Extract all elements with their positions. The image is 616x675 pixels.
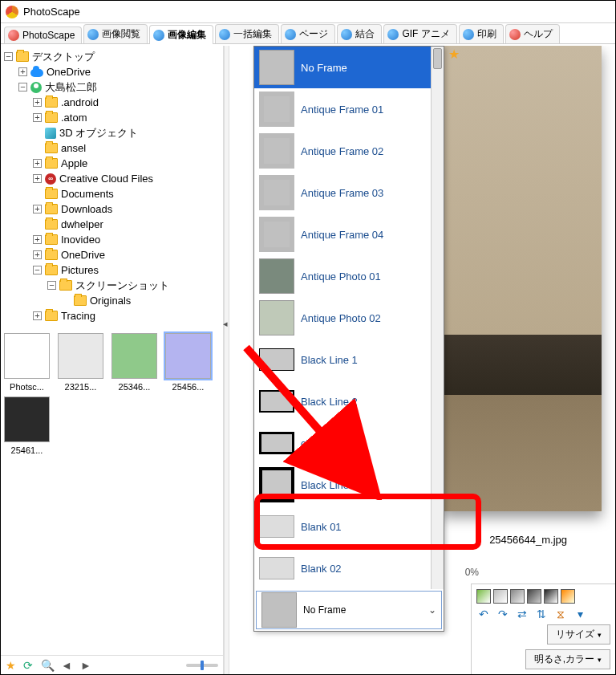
expand-icon[interactable]: + <box>33 311 42 320</box>
tree-item[interactable]: +OneDrive <box>1 64 223 79</box>
tab-icon <box>387 29 399 40</box>
tree-item[interactable]: −デスクトップ <box>1 49 223 64</box>
favorite-icon[interactable]: ★ <box>448 47 460 62</box>
frame-option-label: Antique Photo 01 <box>301 270 381 283</box>
tab-8[interactable]: ヘルプ <box>505 24 560 43</box>
folder-tree[interactable]: −デスクトップ+OneDrive−大島松二郎+.android+.atom3D … <box>1 46 223 327</box>
rotate-ccw-icon[interactable]: ↶ <box>476 607 491 621</box>
swatch-icon[interactable] <box>510 589 525 604</box>
tab-1[interactable]: 画像閲覧 <box>83 24 148 43</box>
tree-label: ansel <box>61 142 86 154</box>
tab-3[interactable]: 一括編集 <box>215 24 279 43</box>
frame-option[interactable]: Black Line 2 <box>254 380 431 422</box>
more-icon[interactable]: ▾ <box>573 607 587 621</box>
tab-label: ヘルプ <box>524 27 553 41</box>
expand-icon[interactable]: + <box>33 98 42 107</box>
tab-label: 印刷 <box>477 27 496 41</box>
expand-icon[interactable]: − <box>47 281 56 290</box>
expand-icon[interactable]: + <box>33 205 42 213</box>
swatch-icon[interactable] <box>476 589 491 604</box>
tab-4[interactable]: ページ <box>281 24 335 43</box>
frame-option[interactable]: Black Line 1 <box>254 339 431 380</box>
tree-item[interactable]: +.atom <box>1 110 223 125</box>
flip-v-icon[interactable]: ⇅ <box>534 607 549 621</box>
expand-icon[interactable]: − <box>18 83 27 91</box>
tree-item[interactable]: 3D オブジェクト <box>1 125 223 140</box>
tab-5[interactable]: 結合 <box>337 24 382 43</box>
tree-item[interactable]: ansel <box>1 140 223 156</box>
tree-item[interactable]: −スクリーンショット <box>1 278 223 293</box>
swatch-icon[interactable] <box>561 589 575 604</box>
expand-icon[interactable]: + <box>18 67 27 76</box>
swatch-icon[interactable] <box>544 589 558 604</box>
tree-item[interactable]: +Tracing <box>1 308 223 323</box>
reset-icon[interactable]: ⧖ <box>553 607 568 621</box>
expand-icon[interactable]: + <box>33 250 42 259</box>
frame-option[interactable]: Antique Photo 01 <box>254 255 431 297</box>
expand-icon[interactable]: + <box>33 174 42 183</box>
frame-selected-label: No Frame <box>303 604 346 616</box>
tree-item[interactable]: Originals <box>1 293 223 308</box>
thumbnail[interactable]: 25346... <box>111 333 157 392</box>
tree-item[interactable]: +Apple <box>1 156 223 171</box>
thumbnail[interactable]: 25461... <box>4 396 50 455</box>
resize-button[interactable]: リサイズ▾ <box>547 624 610 645</box>
thumbnail[interactable]: 23215... <box>58 333 103 392</box>
tab-0[interactable]: PhotoScape <box>4 26 82 43</box>
tree-item[interactable]: dwhelper <box>1 217 223 232</box>
thumbnail[interactable]: 25456... <box>165 333 211 392</box>
tab-2[interactable]: 画像編集 <box>149 25 213 44</box>
preset-swatches[interactable] <box>476 589 610 604</box>
frame-select[interactable]: No Frame ⌄ <box>256 591 442 629</box>
frame-option[interactable]: Antique Frame 02 <box>254 130 431 172</box>
rotate-cw-icon[interactable]: ↷ <box>496 607 510 621</box>
splitter[interactable] <box>224 46 229 674</box>
expand-icon[interactable]: − <box>4 52 13 61</box>
tab-icon <box>463 29 474 40</box>
annotation-highlight <box>254 494 481 550</box>
expand-icon[interactable]: + <box>33 235 42 244</box>
frame-option[interactable]: No Frame <box>254 47 431 88</box>
tree-item[interactable]: +Downloads <box>1 201 223 217</box>
tree-item[interactable]: +OneDrive <box>1 247 223 262</box>
prev-icon[interactable]: ◄ <box>59 658 74 673</box>
tree-item[interactable]: −大島松二郎 <box>1 79 223 95</box>
swatch-icon[interactable] <box>493 589 508 604</box>
expand-icon[interactable]: − <box>33 266 42 274</box>
frame-option[interactable]: Blank 02 <box>254 547 431 589</box>
thumbnail-grid[interactable]: Photsc...23215...25346...25456...25461..… <box>1 327 223 655</box>
frame-option[interactable]: ck Line 4 <box>254 422 431 464</box>
frame-option[interactable]: Antique Frame 01 <box>254 88 431 130</box>
frame-option[interactable]: Antique Frame 04 <box>254 213 431 255</box>
frame-swatch-icon <box>261 592 297 628</box>
tree-item[interactable]: Documents <box>1 186 223 201</box>
swatch-icon[interactable] <box>527 589 541 604</box>
tree-label: dwhelper <box>61 218 103 230</box>
tree-label: Inovideo <box>61 234 100 246</box>
tree-item[interactable]: +Inovideo <box>1 232 223 247</box>
expand-icon[interactable]: + <box>33 113 42 122</box>
tab-6[interactable]: GIF アニメ <box>383 24 456 43</box>
thumbnail[interactable]: Photsc... <box>4 333 50 392</box>
frame-swatch-icon <box>259 390 294 413</box>
expand-icon[interactable]: + <box>33 159 42 168</box>
refresh-icon[interactable]: ⟳ <box>21 658 35 673</box>
thumb-size-slider[interactable] <box>186 664 218 667</box>
frame-option-label: Antique Photo 02 <box>301 312 381 324</box>
brightness-button[interactable]: 明るさ,カラー▾ <box>525 649 610 669</box>
tab-7[interactable]: 印刷 <box>459 24 504 43</box>
chevron-down-icon: ⌄ <box>428 604 436 616</box>
tree-item[interactable]: +.android <box>1 95 223 110</box>
thumbnail-label: Photsc... <box>4 382 50 392</box>
tree-item[interactable]: −Pictures <box>1 262 223 278</box>
frame-option[interactable]: Antique Photo 02 <box>254 297 431 339</box>
zoom-icon[interactable]: 🔍 <box>40 658 55 673</box>
next-icon[interactable]: ► <box>79 658 93 673</box>
frame-dropdown[interactable]: No FrameAntique Frame 01Antique Frame 02… <box>253 46 444 632</box>
tree-item[interactable]: +∞Creative Cloud Files <box>1 171 223 186</box>
favorite-icon[interactable]: ★ <box>6 659 16 672</box>
frame-option-label: No Frame <box>301 62 347 74</box>
folder-icon <box>45 234 58 245</box>
frame-option[interactable]: Antique Frame 03 <box>254 172 431 213</box>
flip-h-icon[interactable]: ⇄ <box>515 607 529 621</box>
